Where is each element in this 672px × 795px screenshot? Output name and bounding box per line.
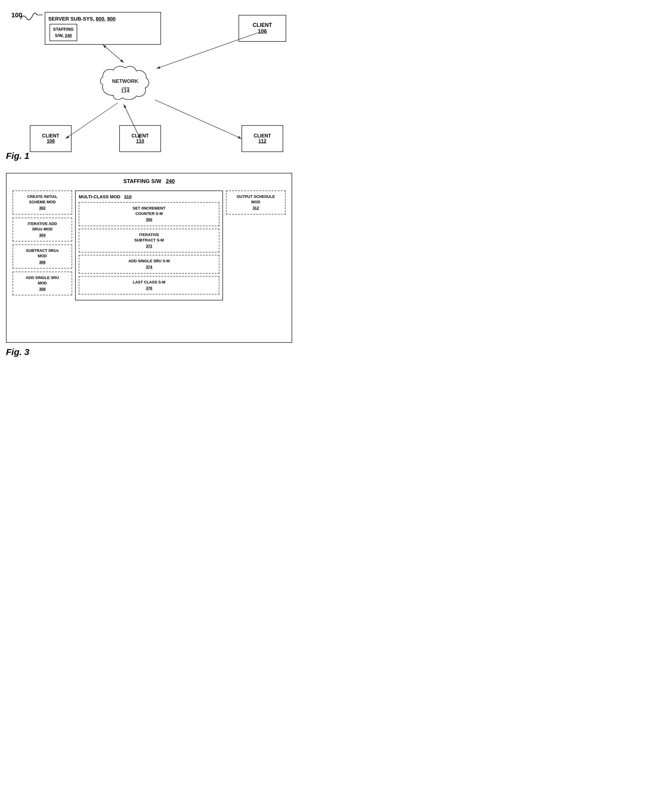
svg-line-2	[103, 45, 124, 62]
mod-302-ref: 302	[16, 205, 69, 211]
fig3-left-column: CREATE INITIAL SCHEME MOD 302 ITERATIVE …	[13, 190, 72, 295]
mod-304-box: ITERATIVE ADD SRUs MOD 304	[13, 218, 72, 242]
mod-304-line2: SRUs MOD	[32, 227, 53, 231]
fig3-title: STAFFING S/W 240	[13, 178, 286, 184]
submod-376-box: LAST CLASS S-M 376	[79, 276, 219, 294]
client110-title: CLIENT	[131, 133, 149, 139]
client106-ref: 106	[258, 28, 267, 35]
server-title: SERVER SUB-SYS,	[48, 16, 94, 22]
staffing-sw-line1: STAFFING	[53, 27, 74, 32]
middle-title-ref: 310	[124, 194, 131, 199]
middle-title-text: MULTI-CLASS MOD	[79, 194, 120, 199]
mod-306-ref: 306	[16, 260, 69, 265]
submod-376-line1: LAST CLASS S-M	[133, 280, 165, 285]
submod-372-ref: 372	[82, 243, 216, 249]
network-ref: 114	[121, 88, 130, 94]
mod-308-line1: ADD SINGLE SRU	[26, 275, 59, 280]
submod-372-box: ITERATIVE SUBTRACT S-M 372	[79, 229, 219, 253]
client108-title: CLIENT	[42, 133, 59, 139]
mod-304-line1: ITERATIVE ADD	[28, 221, 57, 226]
submod-350-box: SET /INCREMENT COUNTER S-M 350	[79, 202, 219, 226]
network-cloud: NETWORK 114	[95, 61, 155, 106]
client108-ref: 108	[47, 139, 55, 144]
mod-304-ref: 304	[16, 232, 69, 238]
mod-306-box: SUBTRACT SRUs MOD 306	[13, 245, 72, 269]
client-108-box: CLIENT 108	[30, 125, 72, 152]
mod-302-box: CREATE INITIAL SCHEME MOD 302	[13, 190, 72, 214]
fig3-title-ref: 240	[166, 178, 175, 184]
mod-308-box: ADD SINGLE SRU MOD 308	[13, 272, 72, 296]
submod-350-ref: 350	[82, 217, 216, 222]
svg-line-3	[103, 45, 124, 62]
staffing-sw-ref: 240	[65, 33, 72, 38]
client112-title: CLIENT	[254, 133, 271, 139]
client106-title: CLIENT	[253, 22, 272, 28]
submod-350-line2: COUNTER S-M	[135, 211, 163, 216]
client-106-box: CLIENT 106	[238, 15, 286, 42]
submod-376-ref: 376	[82, 286, 216, 291]
submod-372-line2: SUBTRACT S-M	[134, 238, 164, 242]
mod-306-line2: MOD	[38, 254, 47, 258]
mod-312-line1: OUTPUT SCHEDULE	[237, 194, 275, 199]
fig3-label: Fig. 3	[6, 347, 292, 357]
server-subsys-box: SERVER SUB-SYS, 800, 900 STAFFING S/W, 2…	[45, 12, 161, 45]
fig3-content: CREATE INITIAL SCHEME MOD 302 ITERATIVE …	[13, 190, 286, 301]
svg-line-5	[66, 103, 118, 139]
submod-350-line1: SET /INCREMENT	[133, 206, 165, 210]
mod-308-line2: MOD	[38, 281, 47, 285]
client110-ref: 110	[136, 139, 144, 144]
mod-312-box: OUTPUT SCHEDULE MOD 312	[226, 190, 286, 214]
mod-302-line2: SCHEME MOD	[29, 200, 56, 204]
client-112-box: CLIENT 112	[242, 125, 283, 152]
client112-ref: 112	[259, 139, 267, 144]
client-110-box: CLIENT 110	[119, 125, 161, 152]
figure1-diagram: 100 SERVER SUB-SYS, 800, 900 STAFFING S/…	[6, 6, 292, 164]
mod-312-line2: MOD	[251, 200, 260, 204]
fig3-title-sw: STAFFING S/W	[123, 178, 162, 184]
mod-306-line1: SUBTRACT SRUs	[26, 248, 59, 253]
ref-100-label: 100	[11, 11, 22, 19]
submod-374-box: ADD SINGLE SRU S-M 374	[79, 255, 219, 274]
fig3-middle-column: MULTI-CLASS MOD 310 SET /INCREMENT COUNT…	[75, 190, 223, 301]
network-title: NETWORK	[112, 78, 139, 84]
figure3-diagram: STAFFING S/W 240 CREATE INITIAL SCHEME M…	[6, 173, 292, 343]
middle-title: MULTI-CLASS MOD 310	[79, 194, 219, 199]
submod-372-line1: ITERATIVE	[139, 232, 159, 237]
mod-312-ref: 312	[229, 205, 283, 211]
mod-302-line1: CREATE INITIAL	[27, 194, 58, 199]
submod-374-ref: 374	[82, 264, 216, 270]
svg-line-8	[155, 100, 242, 139]
server-refs: 800, 900	[96, 16, 115, 22]
mod-308-ref: 308	[16, 286, 69, 292]
cloud-shape-svg: NETWORK 114	[97, 62, 154, 104]
fig1-label: Fig. 1	[6, 151, 29, 161]
staffing-sw-line2: S/W, 240	[55, 33, 72, 38]
submod-374-line1: ADD SINGLE SRU S-M	[128, 259, 170, 263]
fig3-right-column: OUTPUT SCHEDULE MOD 312	[226, 190, 286, 214]
